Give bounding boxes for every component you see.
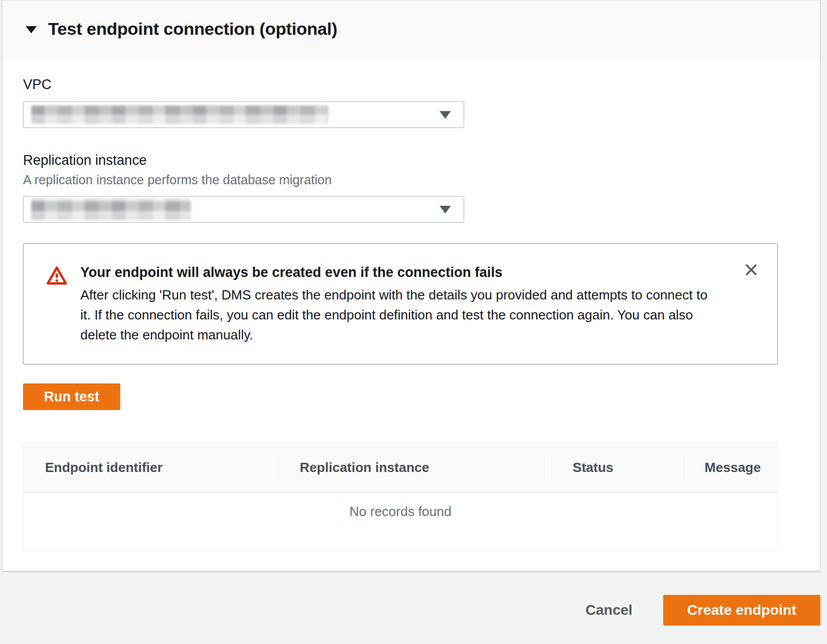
chevron-down-icon bbox=[440, 206, 451, 213]
warning-triangle-icon bbox=[46, 266, 68, 287]
replication-instance-select[interactable] bbox=[23, 196, 464, 223]
vpc-field: VPC bbox=[23, 77, 778, 128]
replication-instance-description: A replication instance performs the data… bbox=[23, 173, 778, 187]
alert-body: After clicking 'Run test', DMS creates t… bbox=[80, 285, 716, 345]
column-header-endpoint-identifier: Endpoint identifier bbox=[24, 443, 278, 492]
create-endpoint-button[interactable]: Create endpoint bbox=[663, 595, 820, 626]
test-endpoint-connection-section: Test endpoint connection (optional) VPC … bbox=[2, 0, 820, 571]
vpc-redacted-value bbox=[31, 105, 328, 124]
vpc-select[interactable] bbox=[23, 101, 464, 128]
run-test-button[interactable]: Run test bbox=[23, 383, 120, 410]
footer-actions: Cancel Create endpoint bbox=[0, 595, 820, 626]
section-body: VPC Replication instance A replication i… bbox=[3, 58, 820, 571]
cancel-button[interactable]: Cancel bbox=[575, 597, 643, 624]
close-icon bbox=[744, 262, 759, 277]
test-results-table: Endpoint identifier Replication instance… bbox=[23, 443, 778, 550]
chevron-down-icon bbox=[440, 111, 451, 119]
section-title: Test endpoint connection (optional) bbox=[48, 19, 337, 39]
table-header-row: Endpoint identifier Replication instance… bbox=[24, 443, 777, 492]
column-header-replication-instance: Replication instance bbox=[278, 443, 551, 492]
replication-instance-field: Replication instance A replication insta… bbox=[23, 153, 778, 223]
alert-content: Your endpoint will always be created eve… bbox=[80, 265, 716, 345]
alert-close-button[interactable] bbox=[742, 260, 761, 280]
table-empty-state: No records found bbox=[24, 492, 777, 550]
alert-title: Your endpoint will always be created eve… bbox=[80, 265, 716, 281]
replication-instance-redacted-value bbox=[31, 199, 191, 220]
replication-instance-label: Replication instance bbox=[23, 153, 778, 168]
vpc-label: VPC bbox=[23, 77, 778, 93]
warning-alert: Your endpoint will always be created eve… bbox=[23, 243, 778, 364]
column-header-message: Message bbox=[683, 443, 777, 492]
column-header-status: Status bbox=[551, 443, 683, 492]
section-header-toggle[interactable]: Test endpoint connection (optional) bbox=[3, 1, 820, 58]
collapse-caret-icon bbox=[26, 26, 37, 33]
